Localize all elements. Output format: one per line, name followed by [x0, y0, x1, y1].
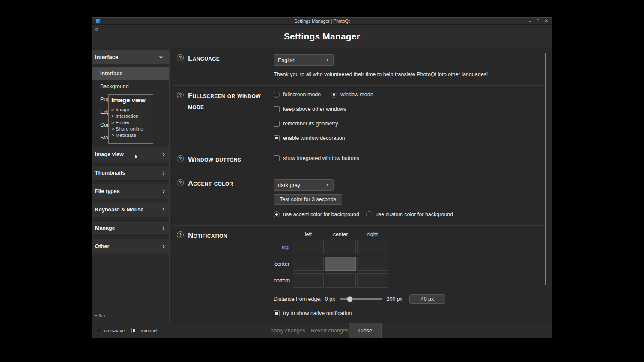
grid-row-top: top [274, 244, 292, 250]
window-mode-radio[interactable]: window mode [331, 92, 373, 98]
radio-circle [274, 92, 280, 98]
accent-background-label: use accent color for background [283, 211, 359, 217]
notification-position-cell-center-center[interactable] [325, 257, 356, 271]
slider-handle[interactable] [347, 296, 353, 302]
tooltip-title: Image view [111, 96, 150, 104]
accent-background-radio[interactable]: use accent color for background [274, 211, 359, 217]
accent-color-dropdown[interactable]: dark gray ▼ [274, 179, 334, 191]
sidebar-group-interface[interactable]: Interface ⌄ [92, 50, 169, 64]
notification-position-cell-center-right[interactable] [357, 257, 388, 271]
checkbox [274, 106, 280, 112]
sidebar-item-background[interactable]: Background [92, 80, 169, 93]
notification-position-cell-center-left[interactable] [293, 257, 324, 271]
help-icon[interactable]: ? [177, 54, 184, 61]
notification-position-cell-top-left[interactable] [293, 240, 324, 254]
sidebar-group-image-view[interactable]: Image view › [92, 147, 169, 162]
page-title: Settings Manager [284, 31, 360, 42]
help-icon[interactable]: ? [177, 155, 184, 162]
photoqt-app-icon [96, 19, 101, 24]
revert-changes-button[interactable]: Revert changes [310, 323, 349, 338]
help-icon[interactable]: ? [177, 92, 184, 98]
fullscreen-mode-label: fullscreen mode [283, 92, 321, 98]
header: ⧉ Settings Manager [92, 25, 552, 48]
notification-position-cell-bottom-right[interactable] [357, 273, 388, 288]
auto-save-checkbox[interactable]: auto-save [96, 328, 125, 333]
compact-checkbox[interactable]: compact [131, 328, 158, 333]
window-controls: ⌄ ⌃ ✕ [528, 19, 548, 23]
accent-color-heading: Accent color [188, 178, 233, 189]
sidebar-group-manage-label: Manage [95, 225, 115, 231]
section-notification: ? Notification left center right top cen… [173, 226, 544, 324]
grid-col-right: right [357, 231, 388, 237]
sidebar: Interface ⌄ Interface Background Pop Edg… [92, 48, 170, 323]
sidebar-group-interface-label: Interface [95, 54, 118, 60]
window-title: Settings Manager | PhotoQt [92, 18, 552, 24]
sidebar-group-other-label: Other [95, 243, 109, 249]
window-buttons-heading: Window buttons [188, 154, 241, 165]
tooltip-item-folder: > Folder [111, 119, 150, 126]
sidebar-groups: Image view › Thumbnails › File types › K… [92, 147, 169, 257]
tooltip-item-interaction: > Interaction [111, 113, 150, 119]
section-window-mode: ? Fullscreen or window mode fullscreen m… [173, 86, 544, 149]
sidebar-group-manage[interactable]: Manage › [92, 220, 169, 236]
notification-position-cell-bottom-left[interactable] [293, 273, 324, 288]
minimize-icon[interactable]: ⌄ [528, 19, 531, 23]
grid-col-left: left [293, 231, 324, 237]
sidebar-group-keyboard-mouse-label: Keyboard & Mouse [95, 207, 143, 213]
radio-circle-selected [331, 92, 337, 98]
section-language: ? Language English ▼ Thank you to all wh… [173, 48, 544, 86]
sidebar-group-thumbnails-label: Thumbnails [95, 170, 125, 176]
native-notification-checkbox[interactable]: try to show native notification [274, 310, 544, 316]
grid-row-bottom: bottom [274, 278, 292, 284]
sidebar-group-image-view-label: Image view [95, 151, 124, 157]
window-decoration-checkbox[interactable]: enable window decoration [274, 135, 544, 141]
notification-position-cell-bottom-center[interactable] [325, 273, 356, 288]
tooltip-item-image: > Image [111, 107, 150, 113]
custom-background-radio[interactable]: use custom color for background [366, 211, 453, 217]
checkbox-checked [131, 328, 137, 333]
chevron-right-icon: › [162, 205, 165, 214]
sidebar-group-keyboard-mouse[interactable]: Keyboard & Mouse › [92, 202, 169, 217]
language-note: Thank you to all who volunteered their t… [274, 71, 544, 77]
sidebar-group-file-types[interactable]: File types › [92, 184, 169, 199]
main-content: ? Language English ▼ Thank you to all wh… [170, 48, 552, 323]
apply-changes-button[interactable]: Apply changes [265, 323, 310, 338]
integrated-buttons-checkbox[interactable]: show integrated window buttons [274, 155, 544, 161]
image-view-tooltip: Image view > Image > Interaction > Folde… [108, 94, 153, 144]
distance-max-label: 200 px [387, 296, 403, 302]
tooltip-item-metadata: > Metadata [111, 132, 150, 139]
help-icon[interactable]: ? [177, 179, 184, 186]
notification-position-cell-top-center[interactable] [325, 240, 356, 254]
scrollbar[interactable] [545, 53, 546, 285]
distance-value-box[interactable]: 40 px [409, 294, 445, 304]
checkbox-checked [274, 310, 280, 316]
window-decoration-label: enable window decoration [283, 135, 345, 141]
fullscreen-mode-radio[interactable]: fullscreen mode [274, 92, 321, 98]
filter-input[interactable] [94, 311, 166, 320]
auto-save-label: auto-save [104, 328, 125, 333]
chevron-down-icon: ▼ [326, 58, 329, 62]
close-button[interactable]: Close [349, 323, 382, 338]
distance-from-edge-row: Distance from edge: 0 px 200 px 40 px [274, 294, 544, 304]
sidebar-group-thumbnails[interactable]: Thumbnails › [92, 165, 169, 181]
notification-position-cell-top-right[interactable] [357, 240, 388, 254]
sidebar-group-file-types-label: File types [95, 188, 120, 194]
language-dropdown[interactable]: English ▼ [274, 54, 334, 66]
sidebar-item-interface[interactable]: Interface [92, 67, 169, 80]
language-heading: Language [188, 53, 220, 64]
titlebar: Settings Manager | PhotoQt ⌄ ⌃ ✕ [92, 18, 552, 25]
popout-icon[interactable]: ⧉ [95, 27, 98, 32]
help-icon[interactable]: ? [177, 231, 184, 238]
checkbox [274, 121, 280, 127]
maximize-icon[interactable]: ⌃ [536, 19, 540, 23]
remember-geometry-checkbox[interactable]: remember its geometry [274, 121, 544, 127]
chevron-down-icon: ⌄ [158, 51, 164, 60]
keep-above-checkbox[interactable]: keep above other windows [274, 106, 544, 112]
body: Interface ⌄ Interface Background Pop Edg… [92, 48, 552, 323]
close-icon[interactable]: ✕ [545, 19, 548, 23]
bottom-bar: auto-save compact Apply changes Revert c… [92, 323, 552, 338]
distance-label: Distance from edge: [274, 296, 322, 302]
distance-slider[interactable] [340, 298, 382, 300]
test-color-button[interactable]: Test color for 3 seconds [274, 194, 342, 205]
sidebar-group-other[interactable]: Other › [92, 239, 169, 254]
